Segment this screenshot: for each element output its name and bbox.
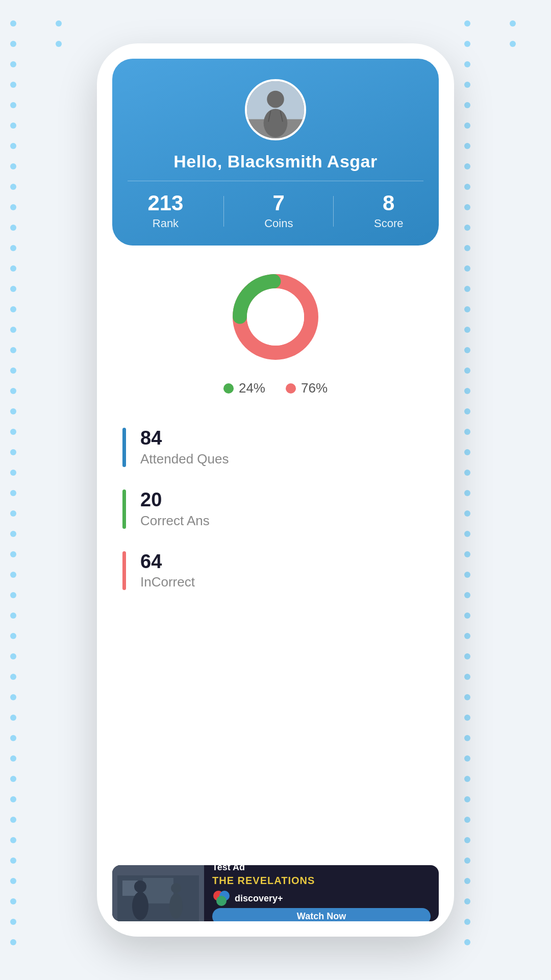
svg-point-9 <box>247 288 304 346</box>
correct-text: 20 Correct Ans <box>140 489 210 529</box>
incorrect-bar <box>122 551 126 591</box>
correct-stat-row: 20 Correct Ans <box>122 478 429 540</box>
correct-label: Correct Ans <box>140 513 210 529</box>
incorrect-text: 64 InCorrect <box>140 551 195 591</box>
discovery-logo-icon <box>212 890 231 908</box>
incorrect-stat-row: 64 InCorrect <box>122 540 429 602</box>
attended-stat-row: 84 Attended Ques <box>122 416 429 478</box>
avatar <box>245 79 306 140</box>
score-value: 8 <box>383 192 394 214</box>
ad-banner[interactable]: Test Ad THE REVELATIONS discovery+ Watch… <box>112 865 439 921</box>
score-label: Score <box>374 217 403 230</box>
bg-dots-right <box>454 0 551 980</box>
svg-point-3 <box>267 91 284 108</box>
legend-incorrect: 76% <box>286 380 328 396</box>
rank-label: Rank <box>153 217 179 230</box>
score-stat: 8 Score <box>374 192 403 230</box>
attended-text: 84 Attended Ques <box>140 428 229 467</box>
svg-point-16 <box>171 883 181 893</box>
ad-text-area: Test Ad THE REVELATIONS discovery+ Watch… <box>204 865 439 921</box>
stat-divider-1 <box>223 196 224 227</box>
phone-container: Hello, Blacksmith Asgar 213 Rank 7 Coins… <box>97 43 454 937</box>
stats-row: 213 Rank 7 Coins 8 Score <box>128 192 423 230</box>
coins-label: Coins <box>264 217 293 230</box>
coins-value: 7 <box>273 192 285 214</box>
svg-point-14 <box>134 880 146 893</box>
attended-label: Attended Ques <box>140 451 229 467</box>
chart-legend: 24% 76% <box>223 380 328 396</box>
correct-bar <box>122 489 126 529</box>
svg-point-15 <box>132 892 148 920</box>
legend-incorrect-label: 76% <box>301 380 328 396</box>
attended-value: 84 <box>140 428 229 449</box>
rank-value: 213 <box>147 192 183 214</box>
legend-correct: 24% <box>223 380 265 396</box>
watch-now-button[interactable]: Watch Now <box>212 908 431 922</box>
ad-title: THE REVELATIONS <box>212 875 431 887</box>
incorrect-value: 64 <box>140 551 195 573</box>
bg-dots-left <box>0 0 97 980</box>
rank-stat: 213 Rank <box>147 192 183 230</box>
main-content: 24% 76% 84 Attended Ques 20 <box>97 246 454 865</box>
ad-logo-area: discovery+ <box>212 890 431 908</box>
coins-stat: 7 Coins <box>264 192 293 230</box>
donut-chart-section: 24% 76% <box>223 266 328 396</box>
svg-point-17 <box>169 893 183 919</box>
greeting-text: Hello, Blacksmith Asgar <box>173 152 377 172</box>
svg-point-4 <box>264 109 288 137</box>
correct-value: 20 <box>140 489 210 511</box>
header-divider <box>128 181 423 181</box>
legend-correct-label: 24% <box>239 380 265 396</box>
stat-divider-2 <box>333 196 334 227</box>
donut-chart <box>224 266 327 368</box>
profile-card: Hello, Blacksmith Asgar 213 Rank 7 Coins… <box>112 59 439 246</box>
legend-dot-correct <box>223 383 234 394</box>
legend-dot-incorrect <box>286 383 296 394</box>
incorrect-label: InCorrect <box>140 574 195 590</box>
attended-bar <box>122 428 126 467</box>
ad-image <box>112 865 204 921</box>
svg-point-20 <box>216 896 227 906</box>
ad-tag: Test Ad <box>212 865 431 873</box>
discovery-brand: discovery+ <box>235 893 283 904</box>
stats-list: 84 Attended Ques 20 Correct Ans 64 InCor… <box>122 416 429 601</box>
